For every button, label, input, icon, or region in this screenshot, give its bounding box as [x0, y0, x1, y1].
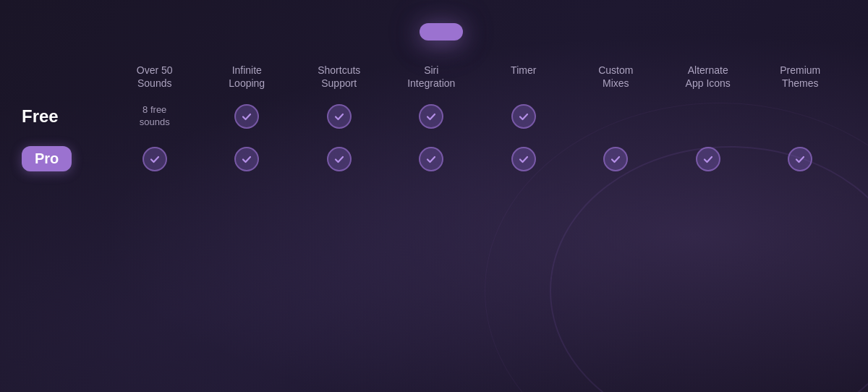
table-rows: Free8 freesounds Pro [22, 95, 846, 180]
cell-pro-timer [477, 147, 570, 171]
column-headers: Over 50SoundsInfiniteLoopingShortcutsSup… [22, 64, 846, 90]
empty-cell [603, 104, 628, 129]
col-header-timer: Timer [477, 64, 570, 90]
pro-badge-hero [420, 23, 463, 41]
check-icon [142, 147, 167, 171]
header-section [405, 20, 463, 41]
check-icon [327, 147, 352, 171]
cell-free-sounds: 8 freesounds [109, 104, 201, 129]
cell-free-siri [386, 104, 478, 129]
cell-pro-siri [386, 147, 478, 171]
cell-pro-mixes [570, 147, 663, 171]
cell-free-themes [754, 104, 847, 129]
empty-cell [696, 104, 720, 129]
free-sounds-label: 8 freesounds [140, 104, 170, 129]
col-header-looping: InfiniteLooping [201, 64, 294, 90]
col-header-mixes: CustomMixes [570, 64, 663, 90]
pro-badge-row: Pro [22, 146, 72, 171]
col-header-siri: SiriIntegration [386, 64, 478, 90]
check-icon [696, 147, 720, 171]
check-icon [511, 147, 536, 171]
cell-pro-themes [754, 147, 847, 171]
empty-cell [788, 104, 812, 129]
col-header-shortcuts: ShortcutsSupport [293, 64, 386, 90]
row-label-pro: Pro [22, 146, 109, 171]
cell-free-timer [477, 104, 570, 129]
col-header-sounds: Over 50Sounds [109, 64, 201, 90]
comparison-table: Over 50SoundsInfiniteLoopingShortcutsSup… [0, 64, 868, 180]
check-icon [603, 147, 628, 171]
col-header-themes: PremiumThemes [754, 64, 847, 90]
header-empty-cell [22, 64, 109, 90]
cell-free-looping [201, 104, 294, 129]
main-container: Over 50SoundsInfiniteLoopingShortcutsSup… [0, 0, 868, 392]
check-icon [419, 104, 443, 129]
check-icon [234, 104, 259, 129]
check-icon [419, 147, 443, 171]
pro-badge-row-label: Pro [35, 150, 59, 167]
check-icon [234, 147, 259, 171]
cell-pro-shortcuts [293, 147, 386, 171]
title-row [405, 23, 463, 41]
table-row-pro: Pro [22, 137, 846, 180]
cell-pro-sounds [109, 147, 201, 171]
cell-pro-looping [201, 147, 294, 171]
cell-free-mixes [570, 104, 663, 129]
row-label-free: Free [22, 106, 109, 127]
cell-pro-icons [662, 147, 754, 171]
cell-free-shortcuts [293, 104, 386, 129]
check-icon [511, 104, 536, 129]
cell-free-icons [662, 104, 754, 129]
col-header-icons: AlternateApp Icons [662, 64, 754, 90]
check-icon [788, 147, 812, 171]
table-row-free: Free8 freesounds [22, 95, 846, 137]
check-icon [327, 104, 352, 129]
